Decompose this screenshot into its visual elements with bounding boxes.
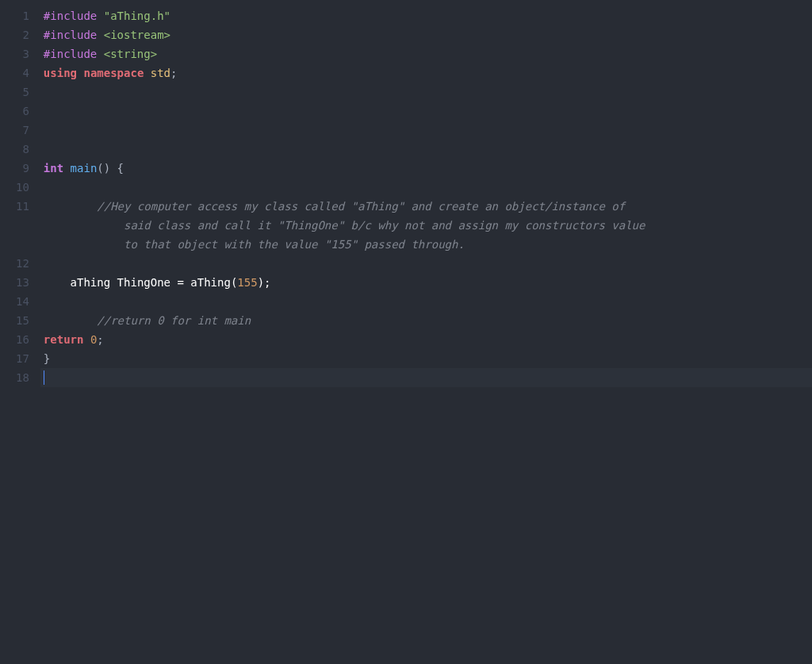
code-line[interactable]: //Hey computer access my class called "a…: [40, 197, 812, 216]
line-number: 10: [16, 178, 29, 197]
code-line[interactable]: #include "aThing.h": [40, 6, 812, 25]
number-literal: 155: [237, 276, 257, 289]
line-number: [16, 216, 29, 235]
code-line[interactable]: int main() {: [40, 159, 812, 178]
code-line[interactable]: [40, 254, 812, 273]
preprocessor-directive: #include: [44, 48, 104, 60]
line-number: 2: [16, 25, 29, 44]
parentheses: (): [97, 162, 110, 175]
type-aThing: aThing: [71, 276, 117, 289]
code-line[interactable]: #include <string>: [40, 44, 812, 63]
line-number: 17: [16, 349, 29, 368]
code-line[interactable]: #include <iostream>: [40, 25, 812, 44]
code-line[interactable]: using namespace std;: [40, 63, 812, 83]
include-header: "aThing.h": [104, 10, 170, 22]
code-line[interactable]: said class and call it "ThingOne" b/c wh…: [40, 216, 812, 235]
identifier-std: std: [151, 67, 170, 79]
code-editor[interactable]: 1 2 3 4 5 6 7 8 9 10 11 12 13 14 15 16 1…: [0, 0, 812, 664]
identifier-ThingOne: ThingOne: [117, 276, 178, 289]
keyword-using: using: [44, 67, 77, 79]
function-main: main: [71, 162, 98, 175]
code-line[interactable]: aThing ThingOne = aThing(155);: [40, 273, 812, 292]
line-number: 11: [16, 197, 29, 216]
text-cursor: [44, 370, 44, 385]
preprocessor-directive: #include: [44, 29, 104, 41]
code-line[interactable]: //return 0 for int main: [40, 311, 812, 330]
line-number: 8: [16, 140, 29, 159]
line-number-gutter: 1 2 3 4 5 6 7 8 9 10 11 12 13 14 15 16 1…: [0, 0, 40, 664]
code-line[interactable]: [40, 292, 812, 311]
line-number: 14: [16, 292, 29, 311]
line-number: 13: [16, 273, 29, 292]
comment: said class and call it "ThingOne" b/c wh…: [44, 219, 652, 232]
comment: //return 0 for int main: [44, 314, 251, 327]
line-number: [16, 235, 29, 254]
current-line-highlight: [40, 368, 812, 387]
include-header: <iostream>: [104, 29, 170, 41]
line-number: 15: [16, 311, 29, 330]
code-line[interactable]: [40, 121, 812, 140]
code-line[interactable]: return 0;: [40, 330, 812, 349]
brace-close: }: [44, 352, 50, 365]
line-number: 7: [16, 121, 29, 140]
type-int: int: [44, 162, 63, 175]
line-number: 18: [16, 368, 29, 387]
code-line[interactable]: }: [40, 349, 812, 368]
preprocessor-directive: #include: [44, 10, 104, 22]
include-header: <string>: [104, 48, 157, 60]
paren-close: ): [258, 276, 264, 289]
brace-open: {: [110, 162, 124, 175]
line-number: 12: [16, 254, 29, 273]
line-number: 1: [16, 6, 29, 25]
code-line[interactable]: [40, 83, 812, 102]
code-content-area[interactable]: #include "aThing.h" #include <iostream> …: [40, 0, 812, 664]
assign-op: =: [177, 276, 190, 289]
semicolon: ;: [264, 276, 270, 289]
semicolon: ;: [97, 333, 103, 346]
comment: //Hey computer access my class called "a…: [44, 200, 632, 213]
code-line[interactable]: [40, 140, 812, 159]
constructor-call: aThing: [190, 276, 231, 289]
semicolon: ;: [170, 67, 177, 79]
line-number: 3: [16, 44, 29, 63]
comment: to that object with the value "155" pass…: [44, 238, 465, 251]
line-number: 9: [16, 159, 29, 178]
code-line[interactable]: [40, 102, 812, 121]
line-number: 6: [16, 102, 29, 121]
line-number: 16: [16, 330, 29, 349]
keyword-namespace: namespace: [83, 67, 144, 79]
line-number: 4: [16, 63, 29, 83]
keyword-return: return: [44, 333, 84, 346]
code-line[interactable]: [40, 178, 812, 197]
code-line[interactable]: to that object with the value "155" pass…: [40, 235, 812, 254]
line-number: 5: [16, 83, 29, 102]
